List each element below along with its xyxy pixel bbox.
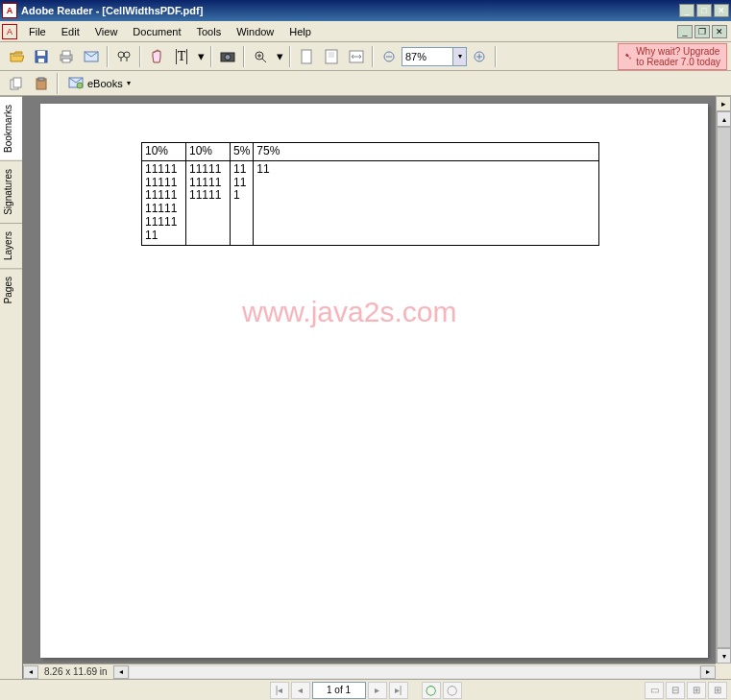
svg-point-7 — [118, 52, 124, 58]
main-toolbar: T ▾ ▾ ▾ ➷ Why wait? Upgrade to Reader 7.… — [0, 42, 731, 71]
paste-button[interactable] — [30, 72, 53, 95]
table-cell: 75% — [254, 143, 599, 161]
main-area: Bookmarks Signatures Layers Pages ▸ 10% … — [0, 96, 731, 679]
last-page-button[interactable]: ▸| — [389, 682, 408, 699]
tab-pages[interactable]: Pages — [0, 268, 22, 311]
upgrade-line1: Why wait? Upgrade — [636, 46, 720, 57]
menu-tools[interactable]: Tools — [189, 24, 230, 39]
doc-restore-button[interactable]: ❐ — [694, 25, 710, 38]
menu-edit[interactable]: Edit — [54, 24, 87, 39]
save-button[interactable] — [30, 45, 53, 68]
svg-rect-18 — [13, 78, 21, 87]
table-cell: 10% — [142, 143, 186, 161]
pdf-page: 10% 10% 5% 75% 11111 11111 11111 11111 1… — [40, 104, 708, 658]
actual-size-button[interactable] — [295, 45, 318, 68]
tab-bookmarks[interactable]: Bookmarks — [0, 96, 22, 160]
first-page-button[interactable]: |◂ — [270, 682, 289, 699]
table-cell: 10% — [186, 143, 231, 161]
page-size-label: 8.26 x 11.69 in — [38, 666, 113, 677]
hscroll-left2-button[interactable]: ◂ — [113, 665, 129, 679]
table-cell: 5% — [231, 143, 254, 161]
horizontal-scrollbar: ◂ 8.26 x 11.69 in ◂ ▸ — [23, 664, 716, 679]
zoom-dropdown-button[interactable]: ▾ — [274, 45, 285, 68]
scroll-down-button[interactable]: ▾ — [717, 648, 731, 664]
hand-tool-button[interactable] — [145, 45, 168, 68]
continuous-view-button[interactable]: ⊟ — [666, 682, 685, 699]
zoom-input[interactable] — [402, 47, 453, 66]
vertical-scrollbar[interactable]: ▴ ▾ — [716, 111, 731, 664]
menu-document[interactable]: Document — [125, 24, 188, 39]
svg-point-10 — [225, 54, 231, 60]
svg-rect-2 — [38, 59, 44, 62]
hscroll-right-button[interactable]: ▸ — [700, 665, 716, 679]
zoom-out-button[interactable] — [378, 45, 401, 68]
back-button[interactable]: ◯ — [422, 682, 441, 699]
copy-button[interactable] — [5, 72, 28, 95]
prev-page-button[interactable]: ◂ — [291, 682, 310, 699]
document-icon: A — [2, 24, 17, 39]
close-button[interactable]: ✕ — [714, 4, 729, 17]
svg-rect-5 — [62, 59, 70, 62]
table-cell: 11111 11111 11111 — [186, 160, 231, 245]
forward-button[interactable]: ◯ — [443, 682, 462, 699]
zoom-in-button[interactable] — [249, 45, 272, 68]
continuous-facing-view-button[interactable]: ⊞ — [708, 682, 727, 699]
scroll-collapse-button[interactable]: ▸ — [716, 96, 731, 111]
print-button[interactable] — [55, 45, 78, 68]
svg-point-22 — [77, 83, 83, 88]
table-cell: 11 — [254, 160, 599, 245]
ebooks-icon — [68, 76, 84, 91]
table-cell: 11111 11111 11111 11111 11111 11 — [142, 160, 186, 245]
watermark: www.java2s.com — [242, 296, 456, 328]
app-icon: A — [2, 3, 17, 18]
upgrade-line2: to Reader 7.0 today — [636, 57, 720, 67]
upgrade-icon: ➷ — [624, 51, 632, 61]
minimize-button[interactable]: _ — [679, 4, 694, 17]
page-number-input[interactable] — [312, 682, 366, 699]
single-page-view-button[interactable]: ▭ — [645, 682, 664, 699]
zoom-dropdown[interactable]: ▾ — [453, 47, 467, 66]
menu-view[interactable]: View — [87, 24, 126, 39]
svg-rect-20 — [38, 78, 44, 81]
scroll-corner — [716, 664, 731, 679]
next-page-button[interactable]: ▸ — [368, 682, 387, 699]
doc-minimize-button[interactable]: _ — [677, 25, 693, 38]
title-bar: A Adobe Reader - [CellWidthsPDF.pdf] _ □… — [0, 0, 731, 21]
scroll-track[interactable] — [717, 127, 731, 648]
text-select-button[interactable]: T — [170, 45, 193, 68]
status-bar: |◂ ◂ ▸ ▸| ◯ ◯ ▭ ⊟ ⊞ ⊞ — [0, 679, 731, 700]
search-button[interactable] — [112, 45, 135, 68]
hscroll-left-button[interactable]: ◂ — [23, 665, 38, 679]
pdf-table: 10% 10% 5% 75% 11111 11111 11111 11111 1… — [141, 142, 599, 246]
doc-close-button[interactable]: ✕ — [712, 25, 727, 38]
facing-view-button[interactable]: ⊞ — [687, 682, 706, 699]
menu-bar: A File Edit View Document Tools Window H… — [0, 21, 731, 42]
maximize-button[interactable]: □ — [696, 4, 712, 17]
svg-rect-1 — [37, 51, 45, 56]
tab-signatures[interactable]: Signatures — [0, 160, 22, 223]
menu-help[interactable]: Help — [281, 24, 319, 39]
chevron-down-icon: ▾ — [127, 79, 131, 87]
email-button[interactable] — [80, 45, 103, 68]
scroll-thumb[interactable] — [717, 127, 731, 648]
snapshot-button[interactable] — [216, 45, 239, 68]
fit-page-button[interactable] — [320, 45, 343, 68]
tab-layers[interactable]: Layers — [0, 223, 22, 268]
document-area: ▸ 10% 10% 5% 75% 11111 11111 11111 11111… — [23, 96, 731, 679]
window-title: Adobe Reader - [CellWidthsPDF.pdf] — [21, 5, 679, 16]
ebooks-button[interactable]: eBooks ▾ — [61, 73, 137, 94]
menu-file[interactable]: File — [21, 24, 54, 39]
select-dropdown-button[interactable]: ▾ — [195, 45, 207, 68]
hscroll-track[interactable] — [129, 665, 700, 679]
secondary-toolbar: eBooks ▾ — [0, 71, 731, 96]
open-button[interactable] — [5, 45, 28, 68]
zoom-in2-button[interactable] — [468, 45, 491, 68]
svg-rect-12 — [302, 50, 311, 63]
fit-width-button[interactable] — [345, 45, 368, 68]
sidebar: Bookmarks Signatures Layers Pages — [0, 96, 23, 679]
svg-rect-4 — [62, 51, 70, 56]
menu-window[interactable]: Window — [229, 24, 281, 39]
ebooks-label: eBooks — [87, 78, 123, 89]
scroll-up-button[interactable]: ▴ — [717, 111, 731, 127]
upgrade-banner[interactable]: ➷ Why wait? Upgrade to Reader 7.0 today — [618, 43, 727, 70]
